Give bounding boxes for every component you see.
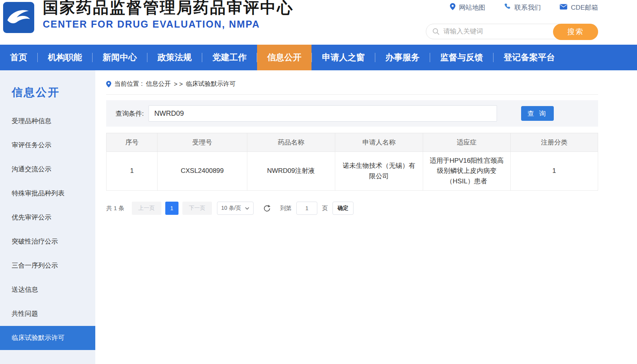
nav-item-functions[interactable]: 机构职能: [38, 45, 92, 70]
col-header-index: 序号: [107, 133, 158, 152]
nav-item-party[interactable]: 党建工作: [202, 45, 257, 70]
site-subtitle: CENTER FOR DRUG EVALUATION, NMPA: [43, 19, 294, 30]
cde-mail-link[interactable]: CDE邮箱: [560, 3, 598, 12]
site-search-bar: 搜索: [426, 24, 598, 39]
query-label: 查询条件:: [116, 109, 144, 118]
content-area: 信息公开 受理品种信息 审评任务公示 沟通交流公示 特殊审批品种列表 优先审评公…: [0, 70, 637, 364]
breadcrumb-current: 临床试验默示许可: [186, 80, 236, 88]
cell-acceptance-no: CXSL2400899: [158, 152, 247, 191]
top-quick-links: 网站地图 联系我们 CDE邮箱: [450, 3, 598, 12]
sidebar: 信息公开 受理品种信息 审评任务公示 沟通交流公示 特殊审批品种列表 优先审评公…: [0, 70, 95, 364]
col-header-indication: 适应症: [423, 133, 511, 152]
nav-item-registration-platform[interactable]: 登记备案平台: [494, 45, 565, 70]
page-size-select[interactable]: 10 条/页: [217, 202, 254, 215]
chevron-down-icon: [245, 207, 249, 210]
nav-item-supervision[interactable]: 监督与反馈: [430, 45, 493, 70]
nav-item-info-disclosure[interactable]: 信息公开: [257, 45, 312, 70]
sidebar-item-communication[interactable]: 沟通交流公示: [0, 157, 95, 181]
prev-page-button[interactable]: 上一页: [132, 202, 161, 215]
col-header-applicant: 申请人名称: [335, 133, 423, 152]
search-button[interactable]: 搜索: [553, 24, 598, 40]
main-panel: 当前位置 : 信息公开 > > 临床试验默示许可 查询条件: 查 询 序号 受理…: [95, 70, 637, 364]
mail-icon: [560, 4, 567, 12]
sidebar-item-breakthrough-therapy[interactable]: 突破性治疗公示: [0, 230, 95, 254]
breadcrumb-prefix: 当前位置 :: [114, 80, 143, 88]
breadcrumb-separator: > >: [174, 81, 183, 88]
location-pin-icon: [450, 3, 455, 12]
cell-applicant: 诺未生物技术（无锡）有限公司: [335, 152, 423, 191]
sidebar-item-clinical-trial-implied-license[interactable]: 临床试验默示许可: [0, 326, 95, 350]
table-header-row: 序号 受理号 药品名称 申请人名称 适应症 注册分类: [107, 133, 598, 152]
nav-item-policies[interactable]: 政策法规: [147, 45, 202, 70]
col-header-registration-class: 注册分类: [510, 133, 598, 152]
cell-index: 1: [107, 152, 158, 191]
sitemap-link[interactable]: 网站地图: [450, 3, 485, 12]
sidebar-title: 信息公开: [12, 85, 95, 100]
pagination-total: 共 1 条: [106, 205, 124, 212]
cde-logo: [3, 2, 34, 33]
query-panel: 查询条件: 查 询: [106, 100, 598, 127]
cell-registration-class: 1: [510, 152, 598, 191]
table-row: 1 CXSL2400899 NWRD09注射液 诺未生物技术（无锡）有限公司 适…: [107, 152, 598, 191]
sidebar-item-review-tasks[interactable]: 审评任务公示: [0, 133, 95, 157]
results-table: 序号 受理号 药品名称 申请人名称 适应症 注册分类 1 CXSL2400899…: [106, 133, 598, 191]
contact-link[interactable]: 联系我们: [504, 3, 541, 12]
nav-item-applicant-window[interactable]: 申请人之窗: [312, 45, 375, 70]
goto-page-input[interactable]: [296, 202, 317, 215]
site-header: 国家药品监督管理局药品审评中心 CENTER FOR DRUG EVALUATI…: [0, 0, 637, 45]
main-nav: 首页 机构职能 新闻中心 政策法规 党建工作 信息公开 申请人之窗 办事服务 监…: [0, 45, 637, 70]
page-word: 页: [322, 205, 328, 212]
col-header-acceptance-no: 受理号: [158, 133, 247, 152]
nav-item-home[interactable]: 首页: [0, 45, 37, 70]
nav-item-news[interactable]: 新闻中心: [93, 45, 147, 70]
next-page-button[interactable]: 下一页: [182, 202, 212, 215]
cell-indication: 适用于HPV16阳性宫颈高级别鳞状上皮内病变（HSIL）患者: [423, 152, 511, 191]
sidebar-item-special-approval[interactable]: 特殊审批品种列表: [0, 181, 95, 206]
pagination: 共 1 条 上一页 1 下一页 10 条/页 到第 页 确定: [106, 202, 598, 215]
goto-confirm-button[interactable]: 确定: [332, 202, 354, 215]
sidebar-item-three-in-one[interactable]: 三合一序列公示: [0, 254, 95, 278]
sidebar-item-accepted-varieties[interactable]: 受理品种信息: [0, 109, 95, 133]
sidebar-item-delivery-info[interactable]: 送达信息: [0, 278, 95, 302]
goto-page-label: 到第: [280, 205, 292, 212]
col-header-drug-name: 药品名称: [247, 133, 335, 152]
nav-item-services[interactable]: 办事服务: [375, 45, 430, 70]
breadcrumb-pin-icon: [106, 81, 111, 87]
brand-block: 国家药品监督管理局药品审评中心 CENTER FOR DRUG EVALUATI…: [43, 0, 294, 30]
sidebar-item-common-issues[interactable]: 共性问题: [0, 302, 95, 326]
phone-icon: [504, 3, 511, 12]
breadcrumb: 当前位置 : 信息公开 > > 临床试验默示许可: [106, 70, 598, 95]
cell-drug-name: NWRD09注射液: [247, 152, 335, 191]
breadcrumb-section-link[interactable]: 信息公开: [146, 80, 171, 88]
site-title: 国家药品监督管理局药品审评中心: [43, 0, 294, 18]
page-number-1[interactable]: 1: [165, 202, 178, 215]
sidebar-item-priority-review[interactable]: 优先审评公示: [0, 206, 95, 230]
search-icon: [432, 28, 439, 35]
query-button[interactable]: 查 询: [521, 106, 554, 121]
query-input[interactable]: [149, 105, 497, 122]
refresh-icon[interactable]: [263, 204, 271, 212]
